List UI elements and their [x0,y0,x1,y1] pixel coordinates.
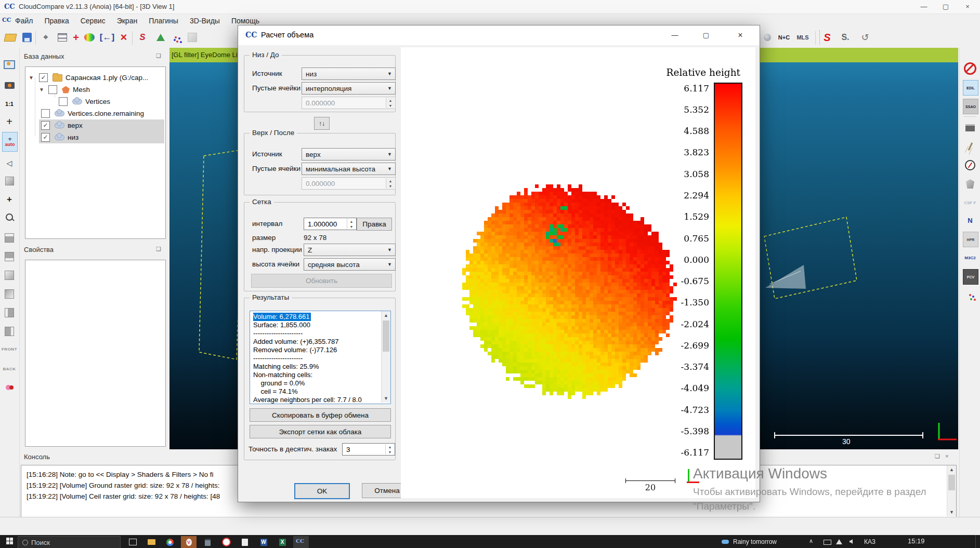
weather-text[interactable]: Rainy tomorrow [733,538,777,545]
bbox-icon[interactable] [2,173,17,188]
pick-rotation-center-icon[interactable]: ◁ [2,156,17,170]
copy-to-clipboard-button[interactable]: Скопировать в буфер обмена [250,408,391,422]
taskbar-calculator-icon[interactable] [200,536,215,548]
save-file-icon[interactable] [20,30,34,45]
set-view-right-icon[interactable] [2,324,17,339]
maximize-button[interactable]: ▢ [937,1,955,12]
colorize-cloud-icon[interactable] [82,30,97,45]
mls-smooth-icon[interactable]: MLS [795,30,810,45]
octree-icon[interactable] [185,30,200,45]
raster-preview[interactable]: Relative height 6.117 5.352 4.588 3.823 … [401,47,755,498]
sphere-tool-icon[interactable] [760,30,775,45]
checkbox[interactable] [59,97,68,106]
taskbar-chrome-icon[interactable] [162,536,178,548]
ransac-plugin-icon[interactable] [963,288,977,302]
open-file-icon[interactable] [3,30,18,45]
set-view-left-icon[interactable] [2,305,17,320]
tree-row-mesh[interactable]: ▼ Mesh [25,84,164,96]
grid-projection-dropdown[interactable]: Z▼ [304,244,396,256]
animation-plugin-icon[interactable] [963,121,977,135]
language-indicator[interactable]: КАЗ [864,538,876,545]
ground-empty-dropdown[interactable]: интерполяция▼ [302,82,396,95]
swap-button[interactable]: ↑↓ [314,117,330,130]
global-zoom-icon[interactable]: + [2,114,17,129]
properties-panel-float-icon[interactable]: ❏ [156,246,161,252]
align-clouds-icon[interactable]: [←] [100,30,114,45]
curvature-icon[interactable]: S [135,30,150,45]
results-textbox[interactable]: Volume: 6,278.661 Surface: 1,855.000 ---… [250,311,391,404]
noise-filter-icon[interactable] [168,30,183,45]
clock[interactable]: 15:19 [908,537,925,545]
ground-height-spinbox[interactable]: 0.000000 ▲▼ [302,97,396,109]
ceil-height-spinbox[interactable]: 0.000000 ▲▼ [302,177,396,190]
viewport-left-strip[interactable]: [GL filter] EyeDome Li [169,48,238,449]
no-entry-icon[interactable] [963,61,977,76]
scroll-up-icon[interactable]: ▲ [382,313,390,318]
tree-row-niz[interactable]: ✓ низ [39,131,164,143]
db-panel-float-icon[interactable]: ❏ [156,52,161,59]
weather-icon[interactable] [722,538,729,545]
grid-cell-height-dropdown[interactable]: средняя высота▼ [304,258,396,271]
clean-plugin-icon[interactable] [963,139,977,154]
set-view-back-icon[interactable] [2,287,17,301]
checkbox[interactable] [48,85,57,94]
start-button[interactable] [6,538,13,544]
task-view-button[interactable] [125,536,140,548]
console-float-icon[interactable]: ❏ [935,453,940,460]
grid-step-input[interactable]: 1.000000 ▲▼ [304,218,357,230]
trace-polyline-icon[interactable]: + [69,30,83,45]
pcv-plugin-button[interactable]: PCV [963,269,978,285]
taskbar-app-icon[interactable] [218,536,234,548]
dialog-close-button[interactable]: × [731,29,750,42]
compass-plugin-icon[interactable] [963,158,977,172]
checkbox[interactable]: ✓ [41,121,50,130]
update-button[interactable]: Обновить [251,274,392,288]
tree-row-root[interactable]: ▼ ✓ Саранская 1.ply (G:/cap... [25,72,164,84]
tree-row-vertices-clone[interactable]: Vertices.clone.remaining [25,108,164,119]
close-button[interactable]: × [959,1,976,12]
pan-icon[interactable]: + [2,192,17,207]
grid-edit-button[interactable]: Правка [357,218,392,231]
network-icon[interactable] [836,539,842,544]
menu-display[interactable]: Экран [111,14,143,25]
dialog-titlebar[interactable]: CC Расчет объема — ▢ × [238,25,760,45]
normals-plugin-button[interactable]: N [963,213,977,228]
rotate-translate-icon[interactable]: ↺ [858,30,872,45]
nc-plugin-icon[interactable]: N+C [777,30,791,45]
show-desktop-button[interactable] [975,535,976,548]
taskbar-cloudcompare-icon[interactable]: CC [293,536,309,548]
scroll-down-icon[interactable]: ▼ [382,396,390,401]
menu-tools[interactable]: Сервис [75,14,111,25]
precision-spinbox[interactable]: 3 ▲▼ [342,443,395,456]
expand-arrow-icon[interactable]: ▼ [39,87,45,92]
label-points-icon[interactable]: S. [838,30,853,45]
tree-row-vertices[interactable]: Vertices [25,96,164,108]
properties-list-icon[interactable] [55,30,70,45]
ceil-source-dropdown[interactable]: верх▼ [302,148,396,161]
ground-source-dropdown[interactable]: низ▼ [302,68,396,80]
lod-toggle-icon[interactable] [2,380,17,395]
dialog-maximize-button[interactable]: ▢ [697,29,715,42]
checkbox[interactable] [41,109,50,118]
console-close-icon[interactable]: × [945,453,948,459]
menu-plugins[interactable]: Плагины [143,14,184,25]
subsample-icon[interactable]: ↑ [152,30,166,45]
set-view-top-icon[interactable] [2,231,17,245]
segment-icon[interactable]: S [819,30,834,45]
menu-help[interactable]: Помощь [226,14,265,25]
front-view-button[interactable]: FRONT [2,342,17,356]
menu-3dviews[interactable]: 3D-Виды [184,14,226,25]
delete-icon[interactable]: × [116,30,131,45]
set-view-front-icon[interactable] [2,268,17,283]
facets-plugin-icon[interactable] [963,177,977,191]
taskbar-app2-icon[interactable] [237,536,253,548]
volume-icon[interactable] [850,539,853,544]
battery-icon[interactable] [824,540,831,545]
minimize-button[interactable]: — [915,1,933,12]
taskbar-search[interactable]: Поиск [18,536,121,548]
auto-pick-center-button[interactable]: +auto [2,132,18,152]
results-scrollbar[interactable]: ▲ ▼ [381,311,390,403]
point-picking-icon[interactable]: ⌖ [38,30,53,45]
hpr-plugin-button[interactable]: HPR [963,232,978,247]
ok-button[interactable]: OK [294,483,350,499]
